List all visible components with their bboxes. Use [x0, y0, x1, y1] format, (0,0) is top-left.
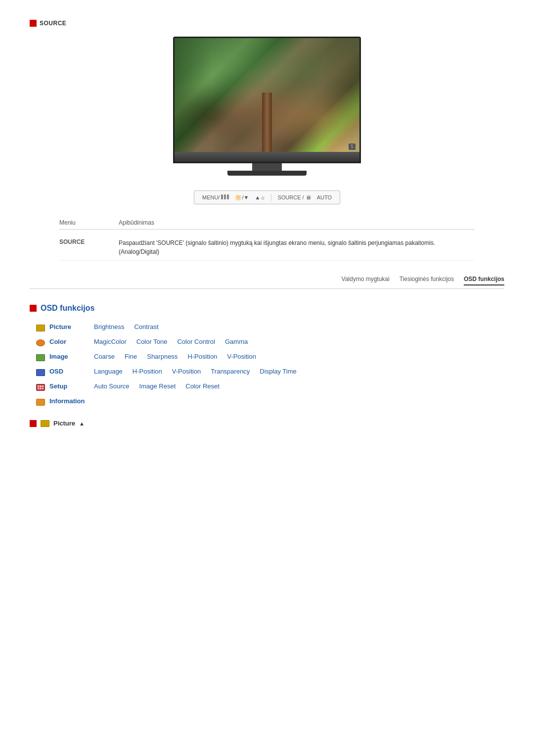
osd-section-header: OSD funkcijos	[30, 304, 504, 313]
table-section: Meniu Apibūdinimas SOURCE Paspaudžiant '…	[59, 219, 475, 261]
sub-hposition-image[interactable]: H-Position	[187, 353, 217, 360]
sub-hposition-osd[interactable]: H-Position	[133, 368, 162, 375]
image-icon-shape	[36, 354, 45, 361]
monitor-number: 5	[349, 143, 356, 150]
button-bar: MENU/ 🔆/▼ ▲☼ SOURCE / 🖥 AUTO	[194, 190, 340, 204]
footer-arrow: ▲	[79, 421, 85, 426]
tree-trunk	[262, 93, 272, 152]
sub-vposition-osd[interactable]: V-Position	[172, 368, 201, 375]
sub-vposition-image[interactable]: V-Position	[227, 353, 256, 360]
osd-section: OSD funkcijos Picture Brightness Contras…	[30, 304, 504, 410]
menu-row-image: Image Coarse Fine Sharpness H-Position V…	[35, 350, 504, 365]
menu-row-setup: Setup Auto Source Image Reset Color Rese…	[35, 380, 504, 395]
menu-row-information: Information	[35, 395, 504, 410]
sub-gamma[interactable]: Gamma	[225, 338, 248, 345]
footer-picture-icon	[41, 420, 49, 427]
tab-valdymo[interactable]: Valdymo mygtukai	[342, 276, 390, 285]
button-bar-container: MENU/ 🔆/▼ ▲☼ SOURCE / 🖥 AUTO	[30, 190, 504, 204]
image-sub-items: Coarse Fine Sharpness H-Position V-Posit…	[94, 353, 256, 360]
sub-imagereset[interactable]: Image Reset	[139, 382, 176, 390]
sub-brightness[interactable]: Brightness	[94, 323, 124, 331]
sub-contrast[interactable]: Contrast	[134, 323, 158, 331]
osd-sub-items: Language H-Position V-Position Transpare…	[94, 368, 297, 375]
up-arrow-button[interactable]: ▲☼	[255, 194, 265, 200]
picture-icon	[35, 323, 46, 333]
image-icon	[35, 353, 46, 363]
sub-coarse[interactable]: Coarse	[94, 353, 115, 360]
sub-magiccolor[interactable]: MagicColor	[94, 338, 127, 345]
color-sub-items: MagicColor Color Tone Color Control Gamm…	[94, 338, 248, 345]
osd-label[interactable]: OSD	[49, 368, 94, 375]
osd-icon-shape	[36, 369, 45, 376]
osd-icon	[35, 368, 46, 378]
color-icon	[35, 338, 46, 348]
table-desc-source: Paspaudžiant 'SOURCE' (signalo šaltinio)…	[119, 238, 475, 256]
auto-button[interactable]: AUTO	[317, 194, 332, 200]
picture-icon-shape	[36, 325, 45, 331]
sub-autosource[interactable]: Auto Source	[94, 382, 130, 390]
footer-red-icon	[30, 420, 37, 427]
tab-tiesioginės[interactable]: Tiesioginės funkcijos	[400, 276, 454, 285]
source-header: SOURCE	[30, 20, 504, 27]
sub-transparency[interactable]: Transparency	[211, 368, 250, 375]
sub-language[interactable]: Language	[94, 368, 123, 375]
picture-sub-items: Brightness Contrast	[94, 323, 159, 331]
osd-section-icon	[30, 305, 37, 312]
information-label[interactable]: Information	[49, 397, 94, 405]
nav-tabs: Valdymo mygtukai Tiesioginės funkcijos O…	[30, 276, 504, 289]
color-icon-shape	[36, 339, 45, 346]
sub-displaytime[interactable]: Display Time	[260, 368, 296, 375]
menu-grid: Picture Brightness Contrast Color MagicC…	[35, 321, 504, 410]
setup-label[interactable]: Setup	[49, 382, 94, 390]
menu-row-picture: Picture Brightness Contrast	[35, 321, 504, 335]
table-col-menu-header: Meniu	[59, 219, 119, 226]
menu-row-osd: OSD Language H-Position V-Position Trans…	[35, 365, 504, 380]
sub-colorcontrol[interactable]: Color Control	[177, 338, 215, 345]
monitor-bottom	[175, 152, 361, 162]
source-label: SOURCE	[40, 20, 66, 27]
monitor-stand-base	[227, 171, 307, 176]
source-button[interactable]: SOURCE / 🖥	[277, 194, 311, 200]
setup-icon-shape	[36, 384, 45, 391]
image-label[interactable]: Image	[49, 353, 94, 360]
menu-button-label[interactable]: MENU/	[202, 194, 229, 200]
osd-section-title: OSD funkcijos	[41, 304, 94, 313]
monitor-frame: 5	[173, 37, 361, 163]
sub-colortone[interactable]: Color Tone	[136, 338, 168, 345]
setup-icon	[35, 382, 46, 392]
source-icon	[30, 20, 37, 27]
tab-osd[interactable]: OSD funkcijos	[464, 276, 504, 285]
sub-sharpness[interactable]: Sharpness	[147, 353, 178, 360]
monitor-screen: 5	[175, 38, 359, 152]
table-col-desc-header: Apibūdinimas	[119, 219, 475, 226]
monitor-container: 5	[30, 37, 504, 176]
sub-colorreset[interactable]: Color Reset	[185, 382, 220, 390]
color-label[interactable]: Color	[49, 338, 94, 345]
table-header-row: Meniu Apibūdinimas	[59, 219, 475, 230]
picture-label[interactable]: Picture	[49, 323, 94, 331]
setup-sub-items: Auto Source Image Reset Color Reset	[94, 382, 220, 390]
table-menu-source: SOURCE	[59, 238, 119, 256]
footer-picture-label: Picture	[53, 420, 75, 427]
info-icon	[35, 397, 46, 407]
sub-fine[interactable]: Fine	[125, 353, 137, 360]
brightness-button[interactable]: 🔆/▼	[235, 194, 249, 201]
button-separator	[271, 194, 271, 201]
info-icon-shape	[36, 399, 45, 406]
menu-row-color: Color MagicColor Color Tone Color Contro…	[35, 335, 504, 350]
table-row-source: SOURCE Paspaudžiant 'SOURCE' (signalo ša…	[59, 235, 475, 261]
monitor-stand-neck	[252, 163, 282, 171]
picture-footer: Picture ▲	[30, 420, 504, 427]
